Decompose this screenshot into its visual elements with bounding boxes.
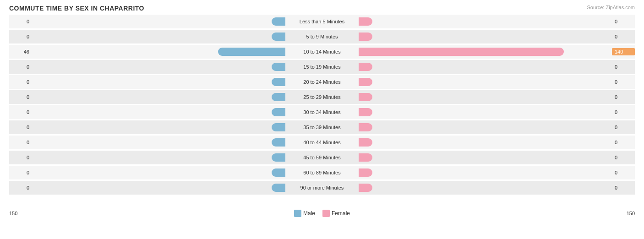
bar-right-side [359, 181, 612, 195]
right-value: 0 [612, 94, 635, 100]
chart-row: 0 90 or more Minutes 0 [9, 181, 635, 195]
bar-left-side [32, 90, 285, 104]
left-value: 0 [9, 170, 32, 175]
bar-male [272, 93, 285, 101]
bar-right-side [359, 151, 612, 164]
bar-center: 40 to 44 Minutes [32, 136, 612, 149]
bar-left-side [32, 75, 285, 89]
legend: Male Female [294, 210, 350, 217]
right-value: 0 [612, 34, 635, 39]
bar-male [218, 48, 285, 56]
bar-female [359, 78, 372, 86]
right-value: 0 [612, 19, 635, 24]
bar-center: 25 to 29 Minutes [32, 90, 612, 104]
row-label: Less than 5 Minutes [285, 19, 359, 24]
bar-male [272, 168, 285, 177]
row-label: 10 to 14 Minutes [285, 49, 359, 54]
left-value: 0 [9, 94, 32, 100]
chart-area: 0 Less than 5 Minutes 0 0 5 to 9 Minutes… [9, 15, 635, 207]
left-value: 46 [9, 49, 32, 54]
bar-right-side [359, 30, 612, 43]
bar-center: 20 to 24 Minutes [32, 75, 612, 89]
bar-center: 60 to 89 Minutes [32, 166, 612, 179]
bar-left-side [32, 136, 285, 149]
legend-male: Male [294, 210, 315, 217]
left-value: 0 [9, 19, 32, 24]
chart-row: 0 45 to 59 Minutes 0 [9, 151, 635, 164]
right-value: 140 [612, 48, 635, 55]
bar-male [272, 123, 285, 131]
left-value: 0 [9, 109, 32, 115]
bar-left-side [32, 181, 285, 195]
left-value: 0 [9, 185, 32, 190]
chart-row: 0 35 to 39 Minutes 0 [9, 120, 635, 134]
row-label: 25 to 29 Minutes [285, 94, 359, 100]
bar-male [272, 184, 285, 192]
chart-title: COMMUTE TIME BY SEX IN CHAPARRITO [9, 5, 635, 12]
right-value: 0 [612, 64, 635, 70]
bar-female [359, 153, 372, 162]
bar-male [272, 33, 285, 41]
source-label: Source: ZipAtlas.com [587, 5, 635, 10]
right-value: 0 [612, 185, 635, 190]
bar-right-side [359, 90, 612, 104]
left-value: 0 [9, 34, 32, 39]
left-value: 0 [9, 140, 32, 145]
bar-left-side [32, 30, 285, 43]
right-value: 0 [612, 140, 635, 145]
bar-female [359, 123, 372, 131]
bar-female [359, 33, 372, 41]
legend-female: Female [322, 210, 350, 217]
bar-left-side [32, 105, 285, 119]
bar-right-side [359, 75, 612, 89]
bottom-area: 150 Male Female 150 [9, 210, 635, 217]
bar-female [359, 63, 372, 71]
row-label: 30 to 34 Minutes [285, 109, 359, 115]
bar-female [359, 184, 372, 192]
right-value: 0 [612, 170, 635, 175]
right-value: 0 [612, 109, 635, 115]
chart-row: 0 40 to 44 Minutes 0 [9, 136, 635, 149]
bar-center: 5 to 9 Minutes [32, 30, 612, 43]
bar-left-side [32, 60, 285, 74]
bar-female [359, 108, 372, 116]
bar-left-side [32, 15, 285, 28]
chart-row: 46 10 to 14 Minutes 140 [9, 45, 635, 59]
row-label: 45 to 59 Minutes [285, 155, 359, 160]
bar-right-side [359, 136, 612, 149]
legend-female-label: Female [332, 210, 350, 217]
chart-row: 0 60 to 89 Minutes 0 [9, 166, 635, 179]
chart-row: 0 20 to 24 Minutes 0 [9, 75, 635, 89]
bar-female [359, 48, 564, 56]
bar-center: 90 or more Minutes [32, 181, 612, 195]
bar-male [272, 17, 285, 26]
right-value: 0 [612, 125, 635, 130]
bar-right-side [359, 15, 612, 28]
bottom-left-value: 150 [9, 211, 46, 216]
bar-left-side [32, 151, 285, 164]
row-label: 40 to 44 Minutes [285, 140, 359, 145]
bar-center: 30 to 34 Minutes [32, 105, 612, 119]
row-label: 35 to 39 Minutes [285, 125, 359, 130]
bar-male [272, 138, 285, 147]
bar-center: 45 to 59 Minutes [32, 151, 612, 164]
bar-center: 15 to 19 Minutes [32, 60, 612, 74]
bottom-right-value: 150 [598, 211, 635, 216]
bar-center: 10 to 14 Minutes [32, 45, 612, 59]
right-value: 0 [612, 155, 635, 160]
bar-right-side [359, 120, 612, 134]
bar-right-side [359, 105, 612, 119]
row-label: 15 to 19 Minutes [285, 64, 359, 70]
bar-female [359, 17, 372, 26]
row-label: 90 or more Minutes [285, 185, 359, 190]
bar-center: Less than 5 Minutes [32, 15, 612, 28]
bar-left-side [32, 166, 285, 179]
bar-female [359, 93, 372, 101]
legend-male-box [294, 210, 301, 217]
chart-row: 0 15 to 19 Minutes 0 [9, 60, 635, 74]
chart-row: 0 25 to 29 Minutes 0 [9, 90, 635, 104]
bar-male [272, 78, 285, 86]
bar-female [359, 138, 372, 147]
bar-male [272, 153, 285, 162]
bar-right-side [359, 60, 612, 74]
